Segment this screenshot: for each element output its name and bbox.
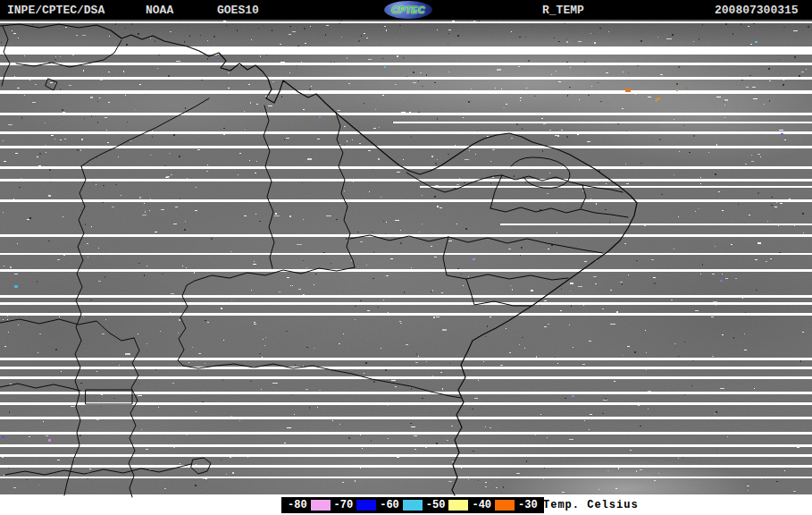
cptec-logo-text: CPTEC	[391, 4, 424, 15]
legend-color-swatch	[448, 500, 468, 511]
organization-label: NOAA	[146, 4, 173, 17]
timestamp-label: 200807300315	[715, 4, 799, 17]
legend-temp-label: -40	[469, 499, 494, 511]
cptec-logo: CPTEC	[384, 1, 432, 19]
satellite-image	[0, 20, 812, 494]
legend-temp-label: -30	[515, 499, 540, 511]
legend-color-swatch	[403, 500, 423, 511]
legend-caption: Temp. Celsius	[543, 499, 639, 511]
header-bar: INPE/CPTEC/DSA NOAA GOES10 CPTEC R_TEMP …	[0, 0, 812, 20]
product-label: R_TEMP	[542, 4, 584, 17]
legend-color-swatch	[356, 500, 376, 511]
satellite-viewer: INPE/CPTEC/DSA NOAA GOES10 CPTEC R_TEMP …	[0, 0, 812, 515]
legend-color-swatch	[311, 500, 331, 511]
legend-temp-label: -50	[423, 499, 448, 511]
legend-bar: -80-70-60-50-40-30	[281, 497, 544, 513]
agency-label: INPE/CPTEC/DSA	[7, 4, 105, 17]
satellite-label: GOES10	[217, 4, 259, 17]
legend-temp-label: -60	[377, 499, 402, 511]
legend-temp-label: -70	[331, 499, 356, 511]
legend-temp-label: -80	[285, 499, 310, 511]
legend-color-swatch	[495, 500, 515, 511]
